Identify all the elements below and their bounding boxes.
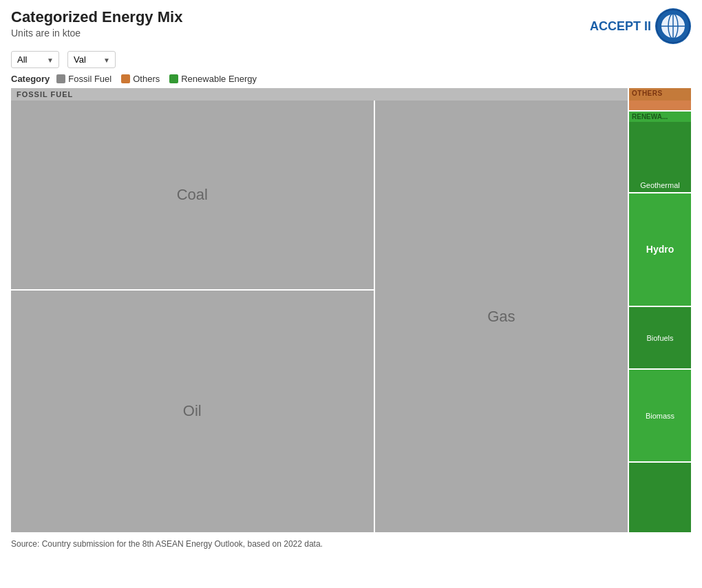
legend-dot-fossil — [56, 74, 65, 83]
legend-text-fossil: Fossil Fuel — [68, 74, 111, 84]
oil-cell: Oil — [11, 291, 375, 532]
renewable-panel: RENEWA... Geothermal Hydro Biofuels Biom… — [629, 112, 691, 532]
logo-icon — [655, 8, 691, 44]
title-block: Categorized Energy Mix Units are in ktoe — [11, 8, 182, 39]
geothermal-label: Geothermal — [640, 181, 679, 189]
geothermal-cell: Geothermal — [629, 122, 691, 193]
renewable-header: RENEWA... — [629, 112, 691, 122]
others-panel: OTHERS — [629, 88, 691, 110]
fossil-left: Coal Oil — [11, 101, 375, 532]
others-bar — [629, 101, 691, 110]
oil-label: Oil — [183, 402, 202, 420]
controls-bar: All Val — [0, 47, 702, 72]
chart-area: FOSSIL FUEL Coal Oil Gas OTHERS — [11, 88, 691, 532]
biomass-label: Biomass — [646, 412, 674, 420]
source-text: Source: Country submission for the 8th A… — [0, 532, 702, 556]
coal-label: Coal — [177, 186, 208, 204]
dropdown-val[interactable]: Val — [67, 51, 116, 68]
legend-text-renewable: Renewable Energy — [181, 74, 257, 84]
hydro-cell: Hydro — [629, 193, 691, 307]
gas-label: Gas — [487, 308, 515, 326]
legend-item-fossil: Fossil Fuel — [56, 74, 111, 84]
others-header: OTHERS — [632, 90, 688, 97]
logo-block: ACCEPT II — [590, 8, 691, 44]
legend-item-renewable: Renewable Energy — [169, 74, 257, 84]
fossil-body: Coal Oil Gas — [11, 101, 628, 532]
legend-item-others: Others — [121, 74, 160, 84]
coal-cell: Coal — [11, 101, 375, 291]
renewable-remaining — [629, 463, 691, 532]
right-column: OTHERS RENEWA... Geothermal Hydro Biofue… — [629, 88, 691, 532]
page-subtitle: Units are in ktoe — [11, 28, 182, 39]
biomass-cell: Biomass — [629, 370, 691, 462]
page-header: Categorized Energy Mix Units are in ktoe… — [0, 0, 702, 47]
legend-label: Category — [11, 74, 50, 84]
legend-text-others: Others — [133, 74, 160, 84]
legend-bar: Category Fossil Fuel Others Renewable En… — [0, 72, 702, 88]
legend-dot-renewable — [169, 74, 178, 83]
dropdown-all-wrapper[interactable]: All — [11, 51, 59, 68]
biofuels-cell: Biofuels — [629, 307, 691, 370]
fossil-header: FOSSIL FUEL — [11, 88, 628, 101]
dropdown-val-wrapper[interactable]: Val — [67, 51, 116, 68]
logo-text: ACCEPT II — [590, 19, 651, 34]
dropdown-all[interactable]: All — [11, 51, 59, 68]
fossil-column: FOSSIL FUEL Coal Oil Gas — [11, 88, 628, 532]
hydro-label: Hydro — [646, 244, 674, 255]
biofuels-label: Biofuels — [646, 334, 673, 342]
page-title: Categorized Energy Mix — [11, 8, 182, 26]
legend-dot-others — [121, 74, 130, 83]
gas-cell: Gas — [375, 101, 628, 532]
